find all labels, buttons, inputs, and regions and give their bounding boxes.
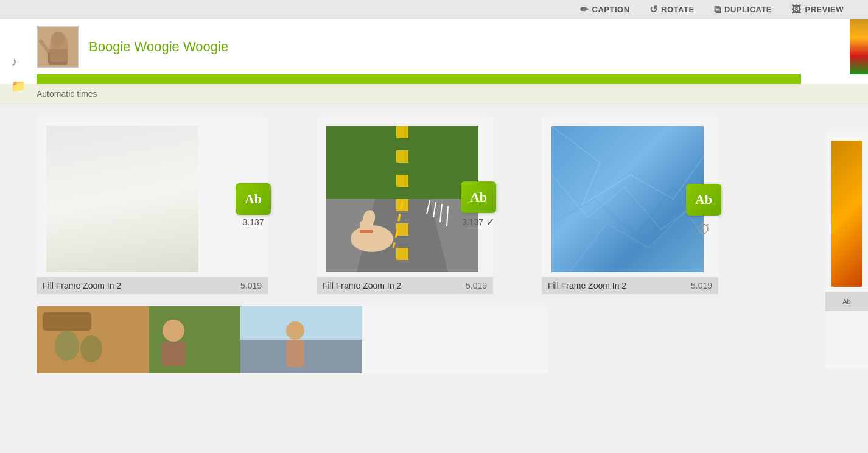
svg-marker-8 bbox=[58, 134, 86, 156]
photo-name-1: Fill Frame Zoom In 2 bbox=[43, 281, 121, 290]
svg-rect-29 bbox=[360, 230, 373, 233]
preview-icon: 🖼 bbox=[791, 4, 802, 15]
photo-name-2: Fill Frame Zoom In 2 bbox=[323, 281, 401, 290]
svg-point-33 bbox=[55, 331, 79, 361]
svg-text:LET'S: LET'S bbox=[89, 180, 125, 194]
photo-duration-2: 5.019 bbox=[466, 281, 487, 290]
road-photo bbox=[326, 126, 478, 272]
photo-footer-2: Fill Frame Zoom In 2 5.019 bbox=[317, 277, 493, 294]
caption-number-1: 3.137 bbox=[242, 217, 264, 227]
caption-icon-1: Ab bbox=[236, 183, 271, 215]
photo-duration-3: 5.019 bbox=[691, 281, 712, 290]
music-icon[interactable]: ♪ bbox=[11, 55, 26, 69]
header-section: Boogie Woogie Woogie Automatic times bbox=[0, 19, 868, 104]
sidebar: ♪ 📁 bbox=[11, 55, 26, 93]
caption-icon-3: Ab bbox=[686, 184, 721, 216]
card-wrapper-1: LET'S GO TRAVEL bbox=[37, 116, 268, 294]
svg-point-1 bbox=[51, 32, 65, 47]
svg-rect-5 bbox=[165, 131, 192, 150]
caption-icon-2: Ab bbox=[461, 181, 496, 213]
svg-line-20 bbox=[398, 202, 402, 223]
folder-icon[interactable]: 📁 bbox=[11, 79, 26, 93]
main-content: LET'S GO TRAVEL bbox=[0, 104, 868, 385]
svg-rect-18 bbox=[326, 199, 478, 272]
rotate-label: ROTATE bbox=[661, 5, 695, 14]
svg-point-36 bbox=[163, 320, 184, 342]
album-header: Boogie Woogie Woogie bbox=[0, 19, 868, 74]
photo-footer-3: Fill Frame Zoom In 2 5.019 bbox=[542, 277, 718, 294]
svg-marker-16 bbox=[163, 246, 173, 257]
svg-point-6 bbox=[171, 135, 183, 147]
duplicate-icon: ⧉ bbox=[714, 4, 721, 15]
partial-card-4: Ab bbox=[825, 131, 868, 368]
bottom-card-large[interactable] bbox=[37, 306, 548, 373]
photo-row-2 bbox=[37, 306, 831, 373]
svg-text:GO: GO bbox=[100, 196, 114, 208]
clock-icon: ⏱ bbox=[696, 220, 711, 237]
duplicate-button[interactable]: ⧉ DUPLICATE bbox=[714, 4, 772, 15]
svg-rect-30 bbox=[551, 126, 704, 272]
rotate-button[interactable]: ↺ ROTATE bbox=[649, 4, 695, 15]
svg-point-34 bbox=[80, 335, 102, 362]
svg-rect-2 bbox=[48, 49, 68, 65]
card-wrapper-2: Fill Frame Zoom In 2 5.019 Ab 3.137 ✓ bbox=[317, 116, 493, 294]
svg-rect-37 bbox=[161, 342, 186, 366]
svg-point-15 bbox=[163, 237, 173, 247]
photo-card-1[interactable]: LET'S GO TRAVEL bbox=[37, 116, 268, 294]
toolbar: ✏ CAPTION ↺ ROTATE ⧉ DUPLICATE 🖼 PREVIEW bbox=[0, 0, 868, 19]
svg-rect-32 bbox=[43, 312, 91, 331]
svg-text:TRAVEL: TRAVEL bbox=[85, 210, 129, 224]
album-title: Boogie Woogie Woogie bbox=[89, 39, 228, 55]
preview-button[interactable]: 🖼 PREVIEW bbox=[791, 4, 844, 15]
svg-point-7 bbox=[173, 137, 181, 144]
caption-number-checked-2: 3.137 ✓ bbox=[462, 216, 495, 229]
duplicate-label: DUPLICATE bbox=[724, 5, 772, 14]
right-partial-thumb bbox=[850, 19, 868, 74]
card-wrapper-3: Fill Frame Zoom In 2 5.019 Ab ⏱ bbox=[542, 116, 718, 294]
travel-photo: LET'S GO TRAVEL bbox=[46, 126, 198, 272]
photo-row-1: LET'S GO TRAVEL bbox=[37, 116, 831, 294]
automatic-times-label: Automatic times bbox=[37, 89, 97, 99]
photo-footer-1: Fill Frame Zoom In 2 5.019 bbox=[37, 277, 268, 294]
bottom-card-small[interactable] bbox=[560, 306, 682, 373]
preview-label: PREVIEW bbox=[805, 5, 844, 14]
caption-badge-1[interactable]: Ab 3.137 bbox=[236, 183, 271, 227]
checkmark-icon: ✓ bbox=[486, 216, 495, 229]
automatic-times-bar: Automatic times bbox=[0, 84, 868, 104]
album-thumbnail[interactable] bbox=[37, 26, 79, 68]
photo-name-3: Fill Frame Zoom In 2 bbox=[548, 281, 626, 290]
svg-rect-4 bbox=[46, 126, 198, 272]
progress-bar bbox=[37, 74, 801, 84]
svg-rect-35 bbox=[137, 306, 240, 373]
caption-button[interactable]: ✏ CAPTION bbox=[580, 4, 630, 15]
svg-rect-13 bbox=[89, 245, 98, 263]
svg-rect-42 bbox=[286, 340, 304, 367]
caption-label: CAPTION bbox=[592, 5, 630, 14]
svg-point-41 bbox=[286, 321, 304, 340]
rotate-icon: ↺ bbox=[649, 4, 658, 15]
partial-ab-badge: Ab bbox=[842, 298, 850, 305]
caption-icon: ✏ bbox=[580, 4, 589, 15]
blue-photo bbox=[551, 126, 704, 272]
svg-rect-17 bbox=[326, 126, 478, 199]
photo-duration-1: 5.019 bbox=[240, 281, 262, 290]
caption-badge-3[interactable]: Ab ⏱ bbox=[686, 184, 721, 237]
caption-number-text-2: 3.137 bbox=[462, 217, 483, 227]
caption-badge-2[interactable]: Ab 3.137 ✓ bbox=[461, 181, 496, 229]
svg-point-12 bbox=[65, 243, 101, 265]
svg-point-14 bbox=[159, 236, 177, 253]
